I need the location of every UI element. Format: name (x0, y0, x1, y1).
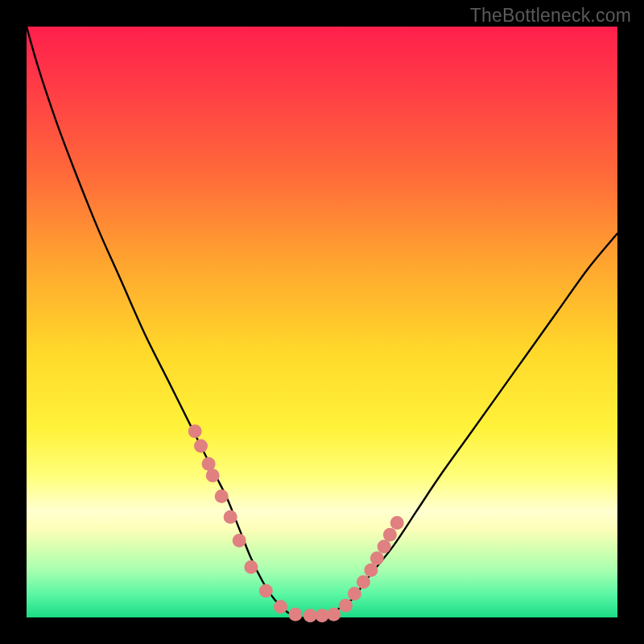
marker-point (303, 609, 317, 622)
marker-point (339, 599, 353, 613)
marker-point (224, 510, 237, 524)
plot-area (27, 27, 617, 617)
marker-point (370, 551, 384, 565)
marker-point (244, 560, 258, 574)
marker-point (327, 608, 341, 621)
marker-point (188, 424, 202, 438)
marker-point (348, 587, 361, 601)
marker-point (202, 457, 216, 471)
marker-point (364, 564, 378, 577)
marker-point (390, 516, 404, 530)
bottleneck-curve (27, 27, 617, 618)
marker-point (215, 489, 229, 503)
marker-point (259, 584, 273, 598)
marker-point (316, 609, 329, 622)
chart-svg (27, 27, 617, 617)
marker-point (289, 608, 303, 621)
marker-point (378, 539, 391, 553)
marker-point (357, 576, 370, 589)
highlighted-points (188, 424, 404, 622)
marker-point (383, 528, 397, 542)
outer-frame: TheBottleneck.com (0, 0, 644, 644)
watermark-text: TheBottleneck.com (470, 5, 631, 27)
marker-point (206, 469, 220, 482)
marker-point (233, 534, 246, 547)
marker-point (194, 440, 208, 453)
marker-point (274, 600, 287, 613)
